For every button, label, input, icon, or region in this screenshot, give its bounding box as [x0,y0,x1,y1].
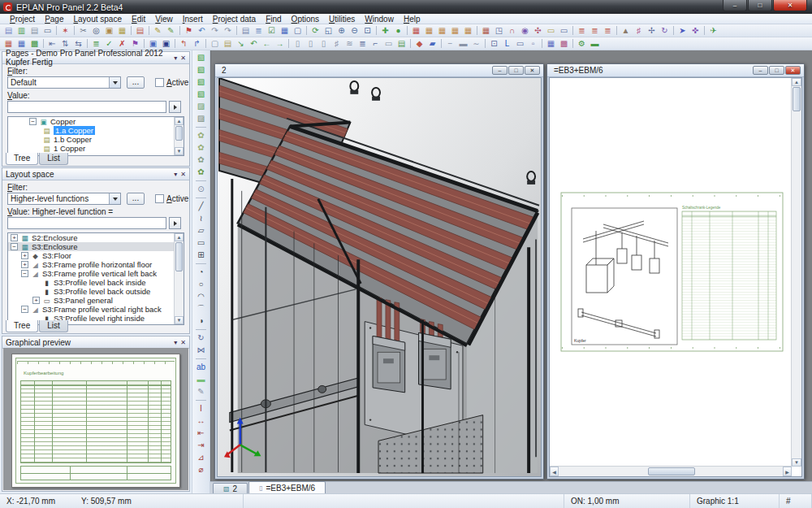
pages-value-input[interactable] [7,101,166,113]
paste-icon[interactable]: ▦ [116,25,128,37]
menu-item[interactable]: View [150,15,178,24]
device-tree-icon[interactable]: ≣ [90,38,102,50]
redo-icon[interactable]: ↷ [209,25,221,37]
minimize-icon[interactable]: – [753,66,768,75]
expander-minus-icon[interactable] [29,118,37,125]
menu-item[interactable]: Project [5,15,40,24]
window-3d[interactable]: 2 – □ ✕ [214,63,544,480]
find-icon[interactable]: ◎ [90,25,102,37]
expander-plus-icon[interactable] [21,261,28,268]
viewport-3d[interactable] [217,77,542,477]
pages-filter-active-checkbox[interactable] [155,78,164,87]
layout-value-input[interactable] [7,217,166,229]
window-page[interactable]: =EB3+EBM/6 – □ ✕ [546,63,805,480]
close-icon[interactable]: ✕ [525,66,540,75]
copy-icon[interactable]: ▣ [103,25,115,37]
close-icon[interactable]: ✕ [773,0,807,11]
close-icon[interactable]: ✕ [785,66,801,75]
minus-green-icon[interactable]: ▬ [589,38,601,50]
tree-item-panel-general[interactable]: ▭ S3:Panel general [8,296,184,305]
target-icon[interactable]: ✜ [689,25,702,37]
panel-menu-icon[interactable]: ▾ [174,171,177,178]
fence-icon[interactable]: ≋ [343,38,356,50]
tree-item-1-copper[interactable]: ▤ 1 Copper [8,144,184,153]
open-project-icon[interactable]: ▥ [15,25,28,37]
tab-layout-space-2[interactable]: ▧ 2 [213,483,248,493]
apply-value-icon[interactable] [169,101,181,113]
shopping-cart-icon[interactable]: ◆ [413,38,425,50]
window-page-titlebar[interactable]: =EB3+EBM/6 – □ ✕ [547,64,804,77]
marker-icon[interactable]: ⚑ [183,25,195,37]
scroll-left-icon[interactable]: ◀ [550,467,559,476]
tab-list[interactable]: List [39,320,68,332]
frame-icon[interactable]: ≣ [356,38,369,50]
layout-panel-title[interactable]: Layout space ▾ ✕ [2,168,189,180]
print-icon[interactable]: ▭ [41,25,54,37]
l-profile-icon[interactable]: L [501,38,513,50]
check-icon[interactable]: ✓ [103,38,115,50]
scrollbar-thumb[interactable] [793,87,801,111]
menu-item[interactable]: Options [287,15,324,24]
pages-panel-title[interactable]: Pages - Demo Pro Panel Professional 2012… [2,52,189,64]
page-viewport[interactable]: Kupfer Schaltschrank-Legende [549,77,802,477]
device-error-icon[interactable]: ✗ [116,38,128,50]
redo-all-icon[interactable]: ↷ [222,25,234,37]
scrollbar-thumb[interactable] [175,126,183,141]
list-icon[interactable]: ▤ [395,38,408,50]
box-select-icon[interactable]: ▣ [147,38,159,50]
menu-item[interactable]: Layout space [68,15,127,24]
page-navigator-icon[interactable]: ▤ [240,25,252,37]
window-3d-titlebar[interactable]: 2 – □ ✕ [215,64,543,77]
tab-list[interactable]: List [39,153,68,165]
tree-item-level-back-outside[interactable]: ▮ S3:Profile level back outside [8,287,184,296]
page-horizontal-scrollbar[interactable]: ◀ ▶ [550,466,792,476]
grid-snap-icon[interactable]: ▦ [480,25,492,37]
grid-e-icon[interactable]: ▦ [462,25,474,37]
minimize-icon[interactable]: – [492,66,508,75]
refresh-icon[interactable]: ⟳ [309,25,322,37]
table-view-icon[interactable]: ▦ [279,25,291,37]
insert-icon[interactable]: ✚ [379,25,391,37]
grid-a-icon[interactable]: ▦ [410,25,422,37]
navigate-back-icon[interactable]: ↰ [178,38,190,50]
insert-box-2-icon[interactable]: ▯ [304,38,317,50]
tree-item-level-back-inside[interactable]: ▮ S3:Profile level back inside [8,278,184,287]
coordinate-input-icon[interactable]: ▭ [545,25,557,37]
page-delete-icon[interactable]: ▤ [134,25,146,37]
tab-page-eb3[interactable]: ▯ =EB3+EBM/6 [248,481,326,493]
tree-item-1b-copper[interactable]: ▤ 1.b Copper [8,135,184,144]
chevron-down-icon[interactable] [109,77,120,88]
maximize-icon[interactable]: □ [508,66,524,75]
expander-plus-icon[interactable] [11,234,18,241]
menu-item[interactable]: Utilities [324,15,360,24]
layout-tree-scrollbar[interactable]: ▲ ▼ [174,233,184,324]
maximize-icon[interactable]: □ [769,66,784,75]
insert-box-icon[interactable]: ▯ [292,38,304,50]
page-vertical-scrollbar[interactable]: ▲ ▼ [791,78,801,467]
plugin-icon[interactable]: ▩ [28,38,41,50]
delete-icon[interactable]: ✶ [59,25,71,37]
menu-item[interactable]: Find [261,15,286,24]
maximize-icon[interactable]: □ [748,0,772,11]
menu-item[interactable]: Project data [208,15,261,24]
bom-icon[interactable]: ▦ [15,38,28,50]
page-new-icon[interactable]: ▤ [2,25,15,37]
copy-page-icon[interactable]: ▤ [222,38,234,50]
corner-icon[interactable]: ⌐ [369,38,382,50]
layer-1-icon[interactable]: ≣ [576,25,588,37]
scroll-up-icon[interactable]: ▲ [175,117,184,125]
rect-dash-icon[interactable]: ▫ [527,38,539,50]
pointer-icon[interactable]: ➤ [676,25,689,37]
tree-view-icon[interactable]: ≣ [253,25,265,37]
snap-magnet-icon[interactable]: ∩ [506,25,518,37]
cone-icon[interactable]: ▲ [620,25,632,37]
zoom-in-icon[interactable]: ⊕ [335,25,348,37]
grid-d-icon[interactable]: ▦ [449,25,461,37]
dim-wave-icon[interactable]: ∼ [470,38,482,50]
tree-item-s3-floor[interactable]: ◆ S3:Floor [8,251,184,260]
close-project-icon[interactable]: ▤ [28,25,41,37]
apply-value-icon[interactable] [169,217,181,229]
chevron-down-icon[interactable] [109,193,120,204]
grid-c-icon[interactable]: ▦ [436,25,448,37]
scroll-down-icon[interactable]: ▼ [175,316,184,324]
